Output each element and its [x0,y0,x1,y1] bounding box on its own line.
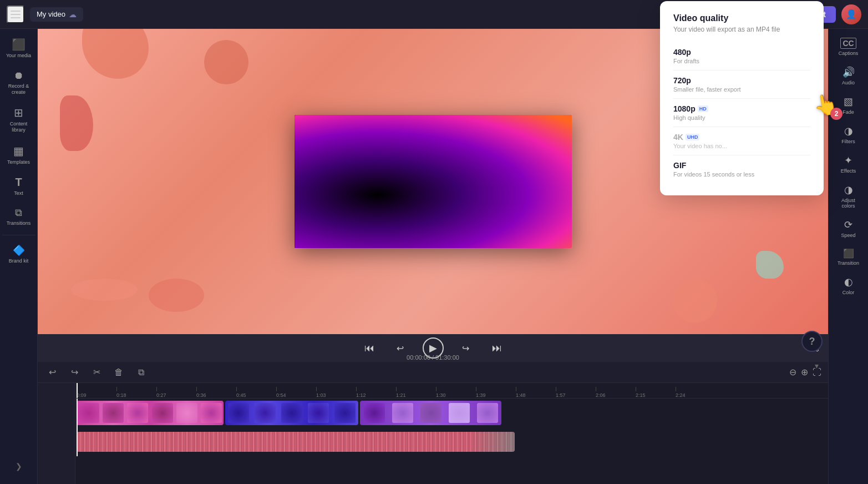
ruler-mark: 1:57 [556,387,596,398]
quality-desc-480p: For drafts [673,58,810,64]
right-item-label: Fade [842,109,854,115]
right-item-effects[interactable]: ✦ Effects [831,150,866,178]
right-item-label: Filters [841,139,855,144]
quality-label-gif: GIF [673,161,810,170]
right-item-label: Adjustcolors [841,198,855,209]
timeline-area: ↩ ↪ ✂ 🗑 ⧉ ⊖ ⊕ ⛶ 0:09 [38,362,828,484]
ruler-mark: 0:09 [77,387,116,398]
audio-clip[interactable] [77,432,515,452]
sidebar-item-label: Your media [6,53,31,59]
delete-button[interactable]: 🗑 [111,365,126,380]
right-item-captions[interactable]: CC Captions [831,33,866,60]
right-item-adjust-colors[interactable]: ◑ Adjustcolors [831,179,866,213]
skip-back-button[interactable]: ⏮ [361,339,378,357]
filters-icon: ◑ [844,125,853,137]
sidebar-item-record[interactable]: ⏺ Record &create [2,65,35,100]
right-item-transition[interactable]: ⬛ Transition [831,244,866,270]
ruler-mark: 1:03 [316,387,356,398]
quality-desc-720p: Smaller file, faster export [673,86,810,93]
quality-option-720p[interactable]: 720p Smaller file, faster export [673,70,810,99]
adjust-colors-icon: ◑ [844,184,853,196]
ruler-mark: 0:27 [156,387,196,398]
right-item-filters[interactable]: ◑ Filters [831,120,866,149]
redo-button[interactable]: ↪ [67,365,82,380]
video-clip-2[interactable] [225,401,358,425]
main-area: ⬛ Your media ⏺ Record &create ⊞ Contentl… [0,29,868,484]
right-item-audio[interactable]: 🔊 Audio [831,62,866,90]
content-library-icon: ⊞ [14,106,23,119]
right-item-speed[interactable]: ⟳ Speed [831,214,866,243]
sidebar-item-label: Templates [7,159,30,165]
text-icon: T [15,176,22,189]
quality-label-4k: 4K UHD [673,133,810,142]
timeline-tracks[interactable] [38,399,828,456]
quality-label-1080p: 1080p HD [673,104,810,113]
collapse-sidebar-button[interactable]: ❯ [2,457,35,475]
quality-option-4k[interactable]: 4K UHD Your video has no... [673,127,810,155]
fade-icon: ▧ [844,95,853,108]
ruler-mark: 1:48 [516,387,556,398]
sidebar-item-label: Contentlibrary [10,121,28,133]
ruler-mark: 0:18 [116,387,156,398]
uhd-badge: UHD [686,134,700,140]
ruler-mark: 1:12 [356,387,396,398]
quality-popup: Video quality Your video will export as … [660,29,824,195]
sidebar-item-brand-kit[interactable]: 🔷 Brand kit [2,240,35,268]
captions-icon: CC [840,38,856,49]
duplicate-button[interactable]: ⧉ [133,365,149,380]
collapse-panel-button[interactable]: ▾ [815,361,819,370]
sidebar-item-label: Record &create [8,83,29,95]
cloud-icon: ☁ [69,10,77,19]
video-clip-1[interactable] [77,401,224,425]
effects-icon: ✦ [844,154,852,167]
ruler-mark: 1:21 [396,387,436,398]
sidebar-item-templates[interactable]: ▦ Templates [2,140,35,169]
left-sidebar: ⬛ Your media ⏺ Record &create ⊞ Contentl… [0,29,38,484]
quality-label-720p: 720p [673,76,810,85]
avatar[interactable]: 👤 [841,4,861,24]
sidebar-item-label: Text [14,190,23,196]
forward-button[interactable]: ↪ [457,339,475,357]
right-item-fade[interactable]: ▧ Fade [831,91,866,119]
sidebar-item-content-library[interactable]: ⊞ Contentlibrary [2,102,35,138]
undo-button[interactable]: ↩ [44,365,60,380]
project-tab[interactable]: My video ☁ [30,7,83,22]
ruler-mark: 0:45 [236,387,276,398]
ruler-mark: 2:15 [636,387,676,398]
record-icon: ⏺ [14,70,24,82]
zoom-in-button[interactable]: ⊕ [801,367,808,377]
cut-button[interactable]: ✂ [89,365,104,380]
ruler-mark: 0:36 [196,387,236,398]
right-item-color[interactable]: ◐ Color [831,271,866,300]
help-button[interactable]: ? [801,331,823,352]
audio-icon: 🔊 [842,66,855,78]
video-clip-3[interactable] [360,401,501,425]
zoom-out-button[interactable]: ⊖ [789,367,796,377]
speed-icon: ⟳ [844,219,852,231]
video-content [295,115,572,248]
transition-icon: ⬛ [843,248,854,259]
right-item-label: Transition [837,260,859,266]
skip-forward-button[interactable]: ⏭ [488,339,506,357]
timeline-toolbar: ↩ ↪ ✂ 🗑 ⧉ ⊖ ⊕ ⛶ [38,362,828,383]
sidebar-item-label: Brand kit [9,258,29,264]
hd-badge: HD [698,105,708,112]
brand-kit-icon: 🔷 [13,244,25,256]
project-name: My video [37,10,65,18]
quality-option-480p[interactable]: 480p For drafts [673,42,810,70]
ruler-mark: 1:39 [476,387,516,398]
quality-option-1080p[interactable]: 1080p HD High quality 👆 2 [673,99,810,127]
playhead-line [77,399,78,456]
quality-desc-4k: Your video has no... [673,143,810,149]
sidebar-item-transitions[interactable]: ⧉ Transitions [2,203,35,230]
right-item-label: Speed [841,233,855,238]
ruler-mark: 2:06 [596,387,636,398]
sidebar-item-text[interactable]: T Text [2,172,35,200]
ruler-mark: 0:54 [276,387,316,398]
ruler-marks: 0:09 0:18 0:27 0:36 0:45 0:54 1:03 1:12 … [38,383,828,398]
sidebar-item-your-media[interactable]: ⬛ Your media [2,33,35,63]
quality-desc-gif: For videos 15 seconds or less [673,171,810,178]
menu-button[interactable] [7,6,24,23]
quality-option-gif[interactable]: GIF For videos 15 seconds or less [673,155,810,183]
right-item-label: Color [842,290,855,295]
